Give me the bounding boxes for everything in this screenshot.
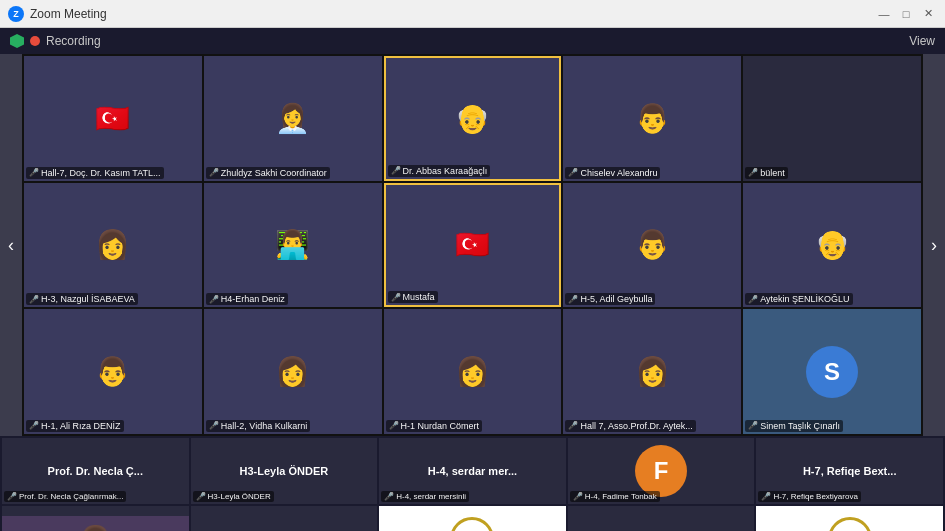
participant-avatar: 👩 <box>384 309 562 434</box>
recording-bar: Recording View <box>0 28 945 54</box>
participant-name: bülent <box>760 168 785 178</box>
participant-display-name: Prof. Dr. Necla Ç... <box>44 463 147 479</box>
participant-label: 🎤 Dr. Abbas Karaağaçlı <box>388 165 491 177</box>
minimize-button[interactable]: — <box>875 6 893 22</box>
participant-label: 🎤 Zhuldyz Sakhi Coordinator <box>206 167 330 179</box>
mic-icon: 🎤 <box>761 492 771 501</box>
video-cell: 🎤 bülent <box>743 56 921 181</box>
participant-label: 🎤 Hall 7, Asso.Prof.Dr. Aytek... <box>565 420 695 432</box>
participant-label: 🎤 H-5, Adil Geybulla <box>565 293 655 305</box>
participant-label: 🎤 H-1 Nurdan Cömert <box>386 420 483 432</box>
mic-icon: 🎤 <box>748 295 758 304</box>
participant-avatar: 👴 <box>386 58 560 179</box>
participant-label: 🎤 Hall-2, Vidha Kulkarni <box>206 420 310 432</box>
video-cell: 👩 🎤 H-3, Nazgul İSABAEVA <box>24 183 202 308</box>
participant-avatar: 👨‍💻 <box>204 183 382 308</box>
participant-avatar: 🇹🇷 <box>386 185 560 306</box>
participant-label: 🎤 Aytekin ŞENLİKOĞLU <box>745 293 852 305</box>
mic-icon: 🎤 <box>209 295 219 304</box>
participant-avatar: 👨 <box>563 183 741 308</box>
mic-icon: 🎤 <box>568 168 578 177</box>
participant-avatar: 👩 <box>24 183 202 308</box>
mic-icon: 🎤 <box>568 421 578 430</box>
mic-icon: 🎤 <box>389 421 399 430</box>
participant-label: 🎤 Mustafa <box>388 291 438 303</box>
text-cell: H-7, Refiqe Bext... 🎤 H-7, Refiqe Bextiy… <box>756 438 943 504</box>
maximize-button[interactable]: □ <box>897 6 915 22</box>
participant-sublabel: 🎤 Prof. Dr. Necla Çağlarırmak... <box>4 491 126 502</box>
sublabel-text: H-4, serdar mersinli <box>396 492 466 501</box>
mic-icon: 🎤 <box>391 293 401 302</box>
mic-icon: 🎤 <box>29 168 39 177</box>
participant-name: Hall 7, Asso.Prof.Dr. Aytek... <box>580 421 692 431</box>
text-cell: H-4, serdar mer... 🎤 H-4, serdar mersinl… <box>379 438 566 504</box>
participant-label: 🎤 H-1, Ali Rıza DENİZ <box>26 420 124 432</box>
participant-avatar: 👨 <box>24 309 202 434</box>
window-title: Zoom Meeting <box>30 7 107 21</box>
text-cell: H3-Leyla ÖNDER 🎤 H3-Leyla ÖNDER <box>191 438 378 504</box>
participant-name: H-1 Nurdan Cömert <box>401 421 480 431</box>
participant-avatar: 👴 <box>743 183 921 308</box>
participant-avatar: 👩 <box>563 309 741 434</box>
participant-name: Zhuldyz Sakhi Coordinator <box>221 168 327 178</box>
participant-name: Aytekin ŞENLİKOĞLU <box>760 294 849 304</box>
participant-label: 🎤 Hall-7, Doç. Dr. Kasım TATL... <box>26 167 164 179</box>
mic-icon: 🎤 <box>568 295 578 304</box>
participant-name: Chiselev Alexandru <box>580 168 657 178</box>
participant-label: 🎤 H-3, Nazgul İSABAEVA <box>26 293 138 305</box>
next-page-arrow[interactable]: › <box>923 54 945 436</box>
participant-sublabel: 🎤 H-4, Fadime Tonbak <box>570 491 660 502</box>
window-controls[interactable]: — □ ✕ <box>875 6 937 22</box>
prev-page-arrow[interactable]: ‹ <box>0 54 22 436</box>
participant-sublabel: 🎤 H3-Leyla ÖNDER <box>193 491 274 502</box>
participant-name: H-5, Adil Geybulla <box>580 294 652 304</box>
mic-icon: 🎤 <box>7 492 17 501</box>
mic-icon: 🎤 <box>748 168 758 177</box>
mic-icon: 🎤 <box>209 168 219 177</box>
video-cell: 👩 🎤 Hall 7, Asso.Prof.Dr. Aytek... <box>563 309 741 434</box>
participant-name: Dr. Abbas Karaağaçlı <box>403 166 488 176</box>
mic-icon: 🎤 <box>29 421 39 430</box>
participant-label: 🎤 Chiselev Alexandru <box>565 167 660 179</box>
sublabel-text: H3-Leyla ÖNDER <box>208 492 271 501</box>
participant-name: Hall-7, Doç. Dr. Kasım TATL... <box>41 168 161 178</box>
text-cell-fadime: F 🎤 H-4, Fadime Tonbak <box>568 438 755 504</box>
video-cell: 👨 🎤 H-5, Adil Geybulla <box>563 183 741 308</box>
participant-avatar: 👩‍💼 <box>204 56 382 181</box>
mic-icon: 🎤 <box>748 421 758 430</box>
recording-text: Recording <box>46 34 101 48</box>
mic-icon: 🎤 <box>29 295 39 304</box>
text-cell-atabek: ATK 🎤 Atabek <box>756 506 943 531</box>
close-button[interactable]: ✕ <box>919 6 937 22</box>
text-cell: H-3, Azime Telli 🎤 H-3, Azime Telli <box>191 506 378 531</box>
participant-name: H4-Erhan Deniz <box>221 294 285 304</box>
view-button[interactable]: View <box>909 34 935 48</box>
video-cell-sinem: S 🎤 Sinem Taşlık Çınarlı <box>743 309 921 434</box>
participant-name: H-1, Ali Rıza DENİZ <box>41 421 121 431</box>
iksad-logo: IKSAD <box>450 517 494 531</box>
mic-icon: 🎤 <box>196 492 206 501</box>
video-cell-mustafa: 🇹🇷 🎤 Mustafa <box>384 183 562 308</box>
video-cell: 👨‍💻 🎤 H4-Erhan Deniz <box>204 183 382 308</box>
text-cell: Hall 3, Ernawaty... 🎤 Hall 3, Ernawaty H… <box>568 506 755 531</box>
atabek-logo: ATK <box>828 517 872 531</box>
participant-avatar: 👩 <box>204 309 382 434</box>
video-cell: 👩 🎤 Hall-2, Vidha Kulkarni <box>204 309 382 434</box>
shield-icon <box>10 34 24 48</box>
mic-icon: 🎤 <box>209 421 219 430</box>
recording-indicator: Recording <box>10 34 101 48</box>
video-container: ‹ 🇹🇷 🎤 Hall-7, Doç. Dr. Kasım TATL... 👩‍… <box>0 54 945 436</box>
participant-display-name: H3-Leyla ÖNDER <box>236 463 333 479</box>
participant-label: 🎤 H4-Erhan Deniz <box>206 293 288 305</box>
video-cell: 👩‍💼 🎤 Zhuldyz Sakhi Coordinator <box>204 56 382 181</box>
mic-icon: 🎤 <box>384 492 394 501</box>
video-grid: 🇹🇷 🎤 Hall-7, Doç. Dr. Kasım TATL... 👩‍💼 … <box>22 54 923 436</box>
title-bar-left: Z Zoom Meeting <box>8 6 107 22</box>
sublabel-text: H-4, Fadime Tonbak <box>585 492 657 501</box>
video-cell-active: 👴 🎤 Dr. Abbas Karaağaçlı <box>384 56 562 181</box>
video-cell: 👩 🎤 H-1 Nurdan Cömert <box>384 309 562 434</box>
sinem-avatar: S <box>806 346 858 398</box>
participant-display-name: H-7, Refiqe Bext... <box>799 463 901 479</box>
participant-sublabel: 🎤 H-4, serdar mersinli <box>381 491 469 502</box>
participant-avatar: 👨 <box>563 56 741 181</box>
